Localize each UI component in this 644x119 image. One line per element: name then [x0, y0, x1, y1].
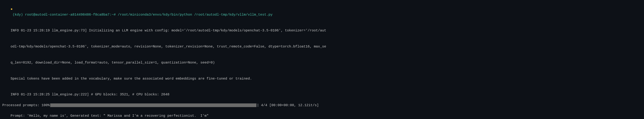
progress-bar-container: [50, 104, 257, 107]
info-line-3: q_len=8192, download_dir=None, load_form…: [2, 55, 642, 71]
progress-suffix: | 4/4 [00:00<00:00, 12.12it/s]: [257, 103, 319, 108]
gpu-blocks-line: INFO 01-23 15:28:25 llm_engine.py:222] #…: [2, 87, 642, 103]
title-text: (kdy) root@autodl-container-a814498486-f…: [10, 13, 272, 17]
prompt-line-1: Prompt: 'Hello, my name is', Generated t…: [2, 108, 642, 119]
info-text-3: q_len=8192, download_dir=None, load_form…: [10, 61, 215, 65]
title-dot: ●: [10, 7, 12, 11]
info-text-2: odl-tmp/kdy/models/openchat-3.5-0106', t…: [10, 45, 326, 48]
terminal-window: ● (kdy) root@autodl-container-a814498486…: [0, 0, 644, 119]
special-tokens-line: Special tokens have been added in the vo…: [2, 70, 642, 87]
progress-bar: [50, 104, 256, 107]
gpu-blocks-text: INFO 01-23 15:28:25 llm_engine.py:222] #…: [10, 93, 169, 96]
info-text-1: INFO 01-23 15:28:19 llm_engine.py:73] In…: [10, 29, 326, 32]
special-tokens-text: Special tokens have been added in the vo…: [10, 77, 252, 81]
terminal-title-line: ● (kdy) root@autodl-container-a814498486…: [2, 2, 642, 23]
info-line-2: odl-tmp/kdy/models/openchat-3.5-0106', t…: [2, 39, 642, 55]
progress-prefix: Processed prompts: 100%: [2, 103, 50, 108]
progress-line: Processed prompts: 100% | 4/4 [00:00<00:…: [2, 103, 642, 108]
info-line-1: INFO 01-23 15:28:19 llm_engine.py:73] In…: [2, 23, 642, 39]
prompt-text-1: Prompt: 'Hello, my name is', Generated t…: [10, 114, 208, 118]
